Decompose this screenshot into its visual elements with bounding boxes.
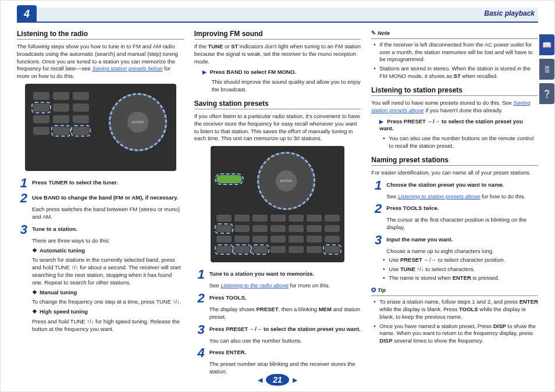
tip-heading: Tip (371, 287, 538, 296)
step-number: 1 (194, 268, 205, 281)
c2-step-1: 1 Tune to a station you want to memorize… (194, 268, 361, 281)
c3-step-3: 3 Input the name you want. (371, 234, 538, 247)
tip-item-2: Once you have named a station preset, Pr… (373, 323, 538, 345)
heading-saving-presets: Saving station presets (194, 99, 361, 109)
remote-illustration-1: ENTER (25, 84, 176, 171)
c3-step-3-bold: Input the name you want. (386, 236, 453, 243)
c3-step-1-bold: Choose the station preset you want to na… (386, 181, 504, 188)
side-tab-help-icon[interactable]: ❔ (539, 83, 554, 104)
heading-listening-radio: Listening to the radio (17, 30, 184, 40)
side-nav-tabs: 📖 🎛 ❔ (539, 34, 554, 104)
link-saving-presets[interactable]: Saving station presets below (92, 65, 162, 72)
c2-step-4: 4 Press ENTER. (194, 347, 361, 359)
sub-manual-tuning: Manual tuning (32, 289, 184, 297)
step-3: 3 Tune to a station. (17, 223, 184, 236)
auto-tuning-body: To search for stations in the currently … (32, 256, 184, 286)
column-3: Note If the receiver is left disconnecte… (371, 30, 538, 377)
tip-item-1: To erase a station name, follow steps 1 … (373, 298, 538, 320)
step-number: 2 (194, 292, 205, 305)
step-1: 1 Press TUNER to select the tuner. (17, 177, 184, 190)
side-tab-book-icon[interactable]: 📖 (539, 34, 554, 55)
step-2-bold: Use BAND to change the band (FM or AM), … (32, 194, 178, 201)
note-item-1: If the receiver is left disconnected fro… (373, 41, 538, 63)
page-footer: ◀ 21 ▶ (1, 374, 554, 386)
arrow-sub-list: You can also use the number buttons on t… (383, 135, 538, 150)
c2-step-2-bold: Press TOOLS. (209, 294, 247, 301)
step-number: 4 (194, 347, 205, 359)
sub-auto-tuning: Automatic tuning (32, 247, 184, 255)
heading-listening-presets: Listening to station presets (371, 86, 538, 96)
c2-step-4-bold: Press ENTER. (209, 349, 246, 355)
manual-tuning-body: To change the frequency one step at a ti… (32, 298, 184, 306)
c2-step-3-body: You can also use the number buttons. (209, 337, 361, 345)
arrow-press-preset: Press PRESET ←/→ to select the station p… (379, 118, 538, 133)
c3-step-3-body: Choose a name up to eight characters lon… (386, 248, 538, 255)
improving-fm-body: If the TUNE or ST indicators don't light… (194, 43, 361, 65)
side-tab-device-icon[interactable]: 🎛 (539, 59, 554, 80)
step-number: 3 (194, 323, 205, 336)
manual-page: 4 Basic playback 📖 🎛 ❔ Listening to the … (0, 0, 555, 392)
listening-presets-body: You will need to have some presets store… (371, 99, 538, 115)
column-1: Listening to the radio The following ste… (17, 30, 184, 377)
column-2: Improving FM sound If the TUNE or ST ind… (194, 30, 361, 377)
step-number: 1 (371, 179, 382, 192)
chapter-number: 4 (17, 5, 37, 23)
step-number: 3 (17, 223, 27, 236)
step-3-body: There are three ways to do this: (32, 237, 184, 245)
page-next-icon[interactable]: ▶ (293, 376, 297, 384)
heading-improving-fm: Improving FM sound (194, 30, 361, 40)
step-1-text: Press TUNER to select the tuner. (32, 179, 118, 186)
step-number: 2 (371, 202, 382, 215)
step-3-bold: Tune to a station. (32, 226, 77, 232)
c2-step-3-bold: Press PRESET ←/→ to select the station p… (209, 326, 361, 332)
header-bar: 4 Basic playback (17, 8, 538, 23)
c2-step-1-bold: Tune to a station you want to memorize. (209, 270, 314, 277)
c3-step-2-body: The cursor at the first character positi… (386, 216, 538, 231)
sub-high-speed-tuning: High speed tuning (32, 308, 184, 316)
page-prev-icon[interactable]: ◀ (258, 376, 262, 384)
link-listening-radio[interactable]: Listening to the radio above (220, 282, 289, 288)
note-heading: Note (371, 30, 538, 39)
note-item-2: Stations are stored in stereo. When the … (373, 65, 538, 80)
step-number: 2 (17, 192, 27, 205)
c2-step-2: 2 Press TOOLS. (194, 292, 361, 305)
list-item: Use TUNE ↑/↓ to select characters. (383, 266, 538, 273)
step-2: 2 Use BAND to change the band (FM or AM)… (17, 192, 184, 205)
step-2-body: Each press switches the band between FM … (32, 206, 184, 221)
link-listening-presets-above[interactable]: Listening to station presets above (398, 193, 481, 199)
c3-step-2: 2 Press TOOLS twice. (371, 202, 538, 215)
heading-naming-presets: Naming preset stations (371, 156, 538, 166)
step-number: 3 (371, 234, 382, 247)
note-list: If the receiver is left disconnected fro… (373, 41, 538, 80)
list-item: The name is stored when ENTER is pressed… (383, 275, 538, 282)
step-number: 1 (17, 177, 27, 190)
high-speed-body: Press and hold TUNE ↑/↓ for high speed t… (32, 318, 184, 333)
c3-step-1-body: See Listening to station presets above f… (386, 193, 538, 201)
naming-presets-body: For easier identification, you can name … (371, 169, 538, 177)
arrow-press-band: Press BAND to select FM MONO. (202, 69, 361, 76)
c2-step-1-body: See Listening to the radio above for mor… (209, 282, 361, 290)
c3-step-1: 1 Choose the station preset you want to … (371, 179, 538, 192)
remote-illustration-2: ENTER (211, 146, 344, 262)
saving-presets-body: If you often listen to a particular radi… (194, 113, 361, 142)
c3-step-3-list: Use PRESET ←/→ to select character posit… (383, 256, 538, 282)
section-title: Basic playback (484, 9, 535, 17)
intro-paragraph: The following steps show you how to tune… (17, 43, 184, 80)
c3-step-2-bold: Press TOOLS twice. (386, 205, 439, 211)
page-number: 21 (266, 374, 289, 386)
c2-step-2-body: The display shows PRESET, then a blinkin… (209, 306, 361, 321)
list-item: Use PRESET ←/→ to select character posit… (383, 256, 538, 264)
arrow-sub-item: You can also use the number buttons on t… (383, 135, 538, 150)
tip-list: To erase a station name, follow steps 1 … (373, 298, 538, 345)
arrow-press-band-sub: This should improve the sound quality an… (212, 79, 361, 94)
c2-step-3: 3 Press PRESET ←/→ to select the station… (194, 323, 361, 336)
